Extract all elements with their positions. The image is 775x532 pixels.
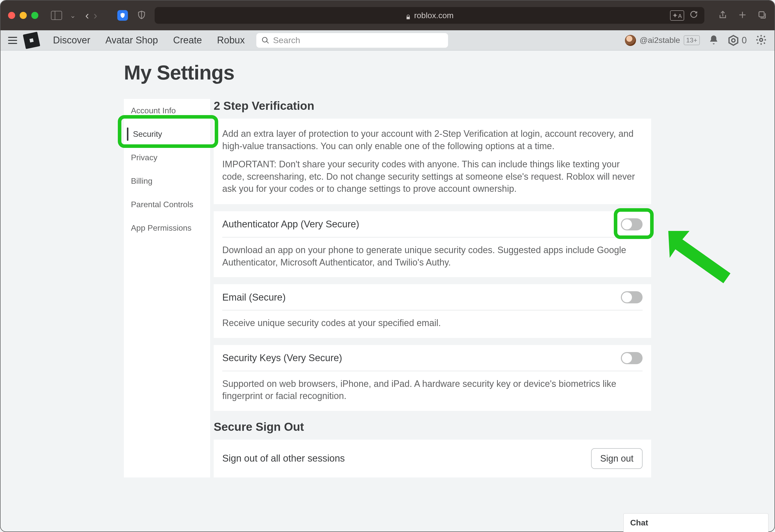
svg-point-3: [732, 39, 735, 42]
sidebar-item-account-info[interactable]: Account Info: [124, 99, 210, 122]
translate-icon[interactable]: ✦ᴀ: [670, 10, 684, 21]
notifications-button[interactable]: [708, 35, 719, 46]
sidebar-item-security[interactable]: Security: [124, 122, 210, 146]
nav-link-discover[interactable]: Discover: [53, 35, 90, 46]
option-security-keys: Security Keys (Very Secure) Supported on…: [214, 345, 651, 411]
toggle-authenticator-app[interactable]: [621, 218, 643, 230]
avatar: [625, 35, 636, 46]
option-email-title: Email (Secure): [222, 292, 285, 303]
site-nav: Discover Avatar Shop Create Robux @ai2st…: [1, 30, 774, 50]
option-email-desc: Receive unique security codes at your sp…: [222, 317, 643, 329]
chat-bar[interactable]: Chat: [623, 513, 768, 532]
browser-forward-button[interactable]: ›: [94, 9, 97, 22]
browser-url-bar[interactable]: roblox.com ✦ᴀ: [155, 7, 704, 24]
toggle-email[interactable]: [621, 291, 643, 303]
sidebar-item-billing[interactable]: Billing: [124, 169, 210, 193]
window-minimize-button[interactable]: [20, 12, 27, 19]
toggle-security-keys[interactable]: [621, 352, 643, 364]
option-security-keys-desc: Supported on web browsers, iPhone, and i…: [222, 378, 643, 402]
nav-link-robux[interactable]: Robux: [217, 35, 245, 46]
two-step-intro-2: IMPORTANT: Don't share your security cod…: [222, 158, 643, 195]
window-close-button[interactable]: [8, 12, 15, 19]
settings-sidebar: Account Info Security Privacy Billing Pa…: [124, 99, 210, 478]
svg-point-4: [760, 38, 763, 41]
signout-heading: Secure Sign Out: [214, 420, 651, 434]
tabs-button[interactable]: [757, 10, 767, 21]
signout-button[interactable]: Sign out: [591, 448, 643, 469]
roblox-logo[interactable]: [23, 32, 40, 49]
nav-link-avatar-shop[interactable]: Avatar Shop: [105, 35, 158, 46]
option-security-keys-title: Security Keys (Very Secure): [222, 353, 342, 364]
option-email: Email (Secure) Receive unique security c…: [214, 284, 651, 338]
annotation-arrow-icon: [661, 224, 732, 295]
menu-button[interactable]: [8, 36, 17, 45]
two-step-intro-card: Add an extra layer of protection to your…: [214, 119, 651, 204]
username-text: @ai2stable: [640, 36, 680, 45]
sidebar-toggle-button[interactable]: [51, 10, 62, 21]
sidebar-item-privacy[interactable]: Privacy: [124, 146, 210, 169]
page-title: My Settings: [124, 61, 651, 84]
window-traffic-lights: [8, 12, 38, 19]
tab-dropdown-button[interactable]: ⌄: [67, 10, 78, 21]
share-button[interactable]: [718, 10, 728, 21]
search-box[interactable]: [256, 33, 448, 48]
svg-marker-5: [668, 231, 730, 283]
chat-label: Chat: [630, 518, 648, 527]
two-step-heading: 2 Step Verification: [214, 99, 651, 112]
settings-gear-button[interactable]: [755, 34, 767, 47]
robux-icon: [728, 35, 739, 46]
sidebar-item-app-permissions[interactable]: App Permissions: [124, 216, 210, 240]
window-maximize-button[interactable]: [31, 12, 38, 19]
user-chip[interactable]: @ai2stable 13+: [625, 35, 700, 46]
signout-text: Sign out of all other sessions: [222, 453, 345, 464]
lock-icon: [406, 13, 411, 18]
search-icon: [261, 36, 269, 44]
new-tab-button[interactable]: [738, 10, 747, 21]
reload-button[interactable]: [690, 10, 698, 20]
age-badge: 13+: [684, 35, 700, 45]
browser-chrome: ⌄ ‹ › roblox.com ✦ᴀ: [1, 1, 774, 30]
robux-count-text: 0: [742, 35, 747, 46]
search-input[interactable]: [273, 35, 443, 45]
two-step-intro-1: Add an extra layer of protection to your…: [222, 128, 643, 152]
option-authenticator-desc: Download an app on your phone to generat…: [222, 244, 643, 269]
svg-rect-1: [759, 12, 764, 17]
signout-card: Sign out of all other sessions Sign out: [214, 440, 651, 478]
nav-link-create[interactable]: Create: [173, 35, 202, 46]
robux-balance[interactable]: 0: [728, 35, 747, 46]
svg-marker-2: [729, 35, 738, 45]
option-authenticator-app: Authenticator App (Very Secure) Download…: [214, 211, 651, 277]
tracker-shield-icon[interactable]: [117, 10, 128, 21]
browser-back-button[interactable]: ‹: [85, 9, 89, 22]
sidebar-item-parental-controls[interactable]: Parental Controls: [124, 193, 210, 216]
privacy-shield-icon[interactable]: [137, 10, 146, 20]
option-authenticator-title: Authenticator App (Very Secure): [222, 219, 359, 230]
url-domain-text: roblox.com: [414, 11, 454, 20]
